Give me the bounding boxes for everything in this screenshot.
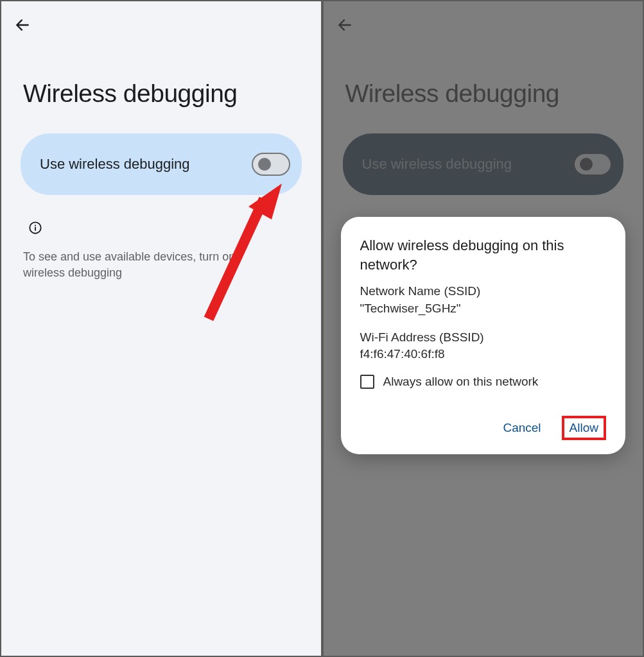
toggle-label: Use wireless debugging [40, 156, 190, 173]
wireless-debugging-toggle-card[interactable]: Use wireless debugging [21, 133, 302, 195]
ssid-label: Network Name (SSID) [360, 283, 607, 300]
screen-left: Wireless debugging Use wireless debuggin… [0, 0, 322, 657]
svg-rect-2 [35, 225, 36, 226]
allow-highlight-annotation: Allow [562, 416, 606, 440]
header [1, 1, 321, 35]
info-text: To see and use available devices, turn o… [23, 249, 299, 281]
back-arrow-icon[interactable] [13, 15, 32, 35]
svg-rect-1 [35, 227, 36, 231]
checkbox-label: Always allow on this network [383, 375, 539, 389]
cancel-button[interactable]: Cancel [496, 417, 547, 439]
always-allow-checkbox[interactable] [360, 375, 374, 389]
permission-dialog: Allow wireless debugging on this network… [341, 217, 626, 454]
info-section: To see and use available devices, turn o… [1, 195, 321, 281]
dialog-title: Allow wireless debugging on this network… [360, 236, 607, 274]
toggle-switch[interactable] [252, 153, 290, 176]
always-allow-row[interactable]: Always allow on this network [360, 375, 607, 389]
info-icon [28, 221, 42, 235]
bssid-label: Wi-Fi Address (BSSID) [360, 329, 607, 346]
dialog-actions: Cancel Allow [360, 416, 607, 440]
screen-right: Wireless debugging Use wireless debuggin… [322, 0, 645, 657]
ssid-value: "Techwiser_5GHz" [360, 300, 607, 318]
page-title: Wireless debugging [1, 35, 321, 133]
toggle-knob [258, 158, 271, 171]
allow-button[interactable]: Allow [570, 421, 598, 435]
bssid-value: f4:f6:47:40:6f:f8 [360, 346, 607, 363]
